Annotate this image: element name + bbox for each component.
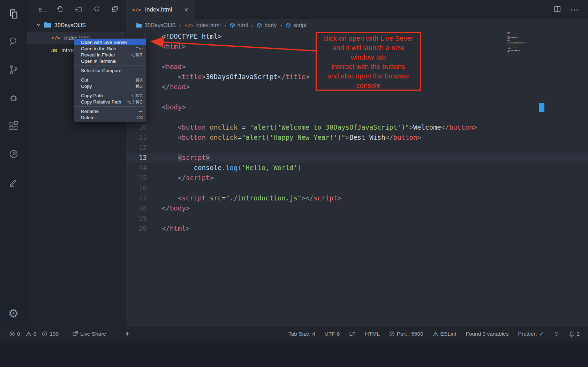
breadcrumb-separator: › [280, 22, 282, 29]
annotation-line: interact with the buttons [317, 62, 420, 71]
warning-icon [26, 331, 31, 337]
share-icon [73, 331, 78, 337]
chevron-down-icon [36, 22, 41, 29]
menu-item-reveal-in-finder[interactable]: Reveal in Finder⌥⌘R [74, 52, 146, 58]
folder-icon [136, 23, 142, 28]
encoding-indicator[interactable]: UTF-8 [325, 331, 340, 337]
annotation-box: click on open with Live Sever and it wil… [316, 32, 421, 91]
breadcrumb-separator: › [251, 22, 254, 29]
breadcrumb-item-folder[interactable]: 30DaysOfJS [136, 22, 176, 29]
explorer-icon[interactable] [0, 4, 27, 24]
vscode-window: ⚙ E… 30DaysOfJS </> index.html JS introd… [0, 0, 588, 367]
notifications-bell[interactable]: 2 [569, 331, 580, 337]
problems-errors[interactable]: 0 [9, 331, 20, 337]
code-line-7[interactable]: 7 [126, 92, 588, 102]
refresh-icon[interactable] [93, 6, 100, 14]
menu-item-open-with-live-server[interactable]: Open with Live Server [74, 39, 146, 45]
html-file-icon: </> [184, 23, 193, 28]
line-number: 20 [126, 223, 147, 234]
port-indicator[interactable]: Port : 5500 [389, 331, 423, 337]
problems-warnings[interactable]: 0 [26, 331, 37, 337]
live-share-button[interactable]: Live Share [73, 331, 106, 337]
minimap[interactable] [507, 32, 538, 55]
code-line-18[interactable]: 18</body> [126, 203, 588, 213]
scrollbar-marker[interactable] [539, 103, 544, 112]
menu-separator [74, 75, 146, 75]
port-icon [389, 331, 395, 337]
tab-label: index.html [145, 6, 172, 13]
menu-item-select-for-compare[interactable]: Select for Compare [74, 67, 146, 74]
check-icon: ✓ [539, 330, 544, 338]
menu-item-copy[interactable]: Copy⌘C [74, 83, 146, 89]
code-line-15[interactable]: 15 </script> [126, 173, 588, 183]
breadcrumb-item-body[interactable]: body [257, 22, 277, 29]
bell-icon [569, 331, 574, 337]
line-number: 13 [126, 153, 147, 163]
menu-item-delete[interactable]: Delete⌫ [74, 114, 146, 121]
code-line-9[interactable]: 9 [126, 112, 588, 122]
tab-index-html[interactable]: </> index.html × [126, 0, 194, 19]
variables-indicator[interactable]: Found 0 variables [466, 331, 508, 337]
info-count[interactable]: 100 [42, 331, 59, 337]
line-number: 16 [126, 183, 147, 193]
code-line-19[interactable]: 19 [126, 213, 588, 223]
feedback-smiley-icon[interactable]: ☺ [553, 330, 559, 337]
cube-icon [230, 23, 235, 28]
code-line-16[interactable]: 16 [126, 183, 588, 193]
collapse-all-icon[interactable] [112, 6, 118, 14]
folder-row-30daysofjs[interactable]: 30DaysOfJS [27, 19, 125, 32]
new-folder-icon[interactable] [75, 6, 82, 14]
settings-gear-icon[interactable]: ⚙ [0, 304, 27, 323]
explorer-title: E… [38, 7, 47, 13]
folder-name: 30DaysOfJS [54, 22, 86, 29]
context-menu: Open with Live ServerOpen to the Side⌃↩R… [74, 38, 146, 122]
bolt-icon[interactable] [125, 331, 130, 337]
line-number: 14 [126, 163, 147, 173]
eol-indicator[interactable]: LF [349, 331, 355, 337]
split-editor-icon[interactable] [553, 5, 561, 14]
menu-separator [74, 91, 146, 91]
code-line-20[interactable]: 20</html> [126, 223, 588, 234]
sidebar-header: E… [27, 0, 125, 19]
breadcrumb: 30DaysOfJS › </> index.html › html › bod… [126, 19, 588, 31]
code-line-8[interactable]: 8<body> [126, 102, 588, 112]
folder-icon [44, 22, 51, 29]
source-control-icon[interactable] [0, 60, 27, 79]
code-line-12[interactable]: 12 [126, 143, 588, 153]
tab-size-indicator[interactable]: Tab Size: 4 [288, 331, 315, 337]
menu-item-open-to-the-side[interactable]: Open to the Side⌃↩ [74, 45, 146, 52]
search-icon[interactable] [0, 32, 27, 51]
menu-item-open-in-terminal[interactable]: Open in Terminal [74, 58, 146, 64]
line-number: 10 [126, 122, 147, 132]
code-line-17[interactable]: 17 <script src="./introduction.js"></scr… [126, 193, 588, 203]
menu-item-copy-path[interactable]: Copy Path⌥⌘C [74, 92, 146, 99]
menu-separator [74, 106, 146, 107]
more-actions-icon[interactable]: ⋯ [570, 5, 579, 15]
breadcrumb-separator: › [179, 22, 182, 29]
annotation-line: console [317, 81, 420, 90]
menu-item-rename[interactable]: Rename↩ [74, 108, 146, 114]
line-number: 18 [126, 203, 147, 213]
pen-icon[interactable] [0, 172, 27, 192]
breadcrumb-item-html[interactable]: html [230, 22, 248, 29]
tab-close-icon[interactable]: × [184, 6, 188, 13]
menu-item-cut[interactable]: Cut⌘X [74, 77, 146, 83]
breadcrumb-item-script[interactable]: script [286, 22, 307, 29]
live-share-icon[interactable] [0, 144, 27, 164]
language-indicator[interactable]: HTML [365, 331, 380, 337]
js-file-icon: JS [51, 48, 57, 53]
code-line-14[interactable]: 14 console.log('Hello, World') [126, 163, 588, 173]
code-line-13[interactable]: 13 <script> [126, 153, 588, 163]
extensions-icon[interactable] [0, 116, 27, 136]
prettier-indicator[interactable]: Prettier: ✓ [518, 330, 544, 338]
menu-separator [74, 66, 146, 66]
code-line-11[interactable]: 11 <button onclick="alert('Happy New Yea… [126, 132, 588, 143]
menu-item-copy-relative-path[interactable]: Copy Relative Path⌥⇧⌘C [74, 99, 146, 105]
annotation-line: click on open with Live Sever [317, 34, 420, 43]
breadcrumb-item-file[interactable]: </> index.html [184, 22, 220, 29]
run-debug-icon[interactable] [0, 88, 27, 108]
new-file-icon[interactable] [57, 6, 63, 14]
line-number: 15 [126, 173, 147, 183]
code-line-10[interactable]: 10 <button onclick = "alert('Welcome to … [126, 122, 588, 132]
eslint-indicator[interactable]: ESLint [433, 331, 457, 337]
